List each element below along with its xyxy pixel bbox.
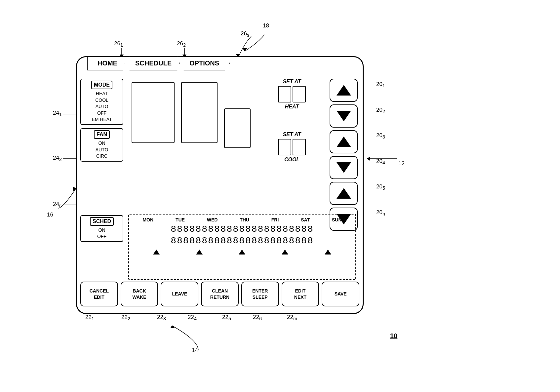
cancel-edit-btn[interactable]: CANCELEDIT [80,282,118,306]
ref-24-r: 24r [53,201,61,208]
ref-22-3: 223 [157,314,166,321]
segment-row-1: 88888888888888888888888 [132,224,353,235]
ref-22-1: 221 [85,314,94,321]
sched-arrow-1[interactable] [153,250,160,255]
setat-cool-subtext: COOL [265,157,318,163]
arrow-down-icon-2 [337,162,351,173]
setat-cool-digit1 [278,139,291,155]
down-btn-2[interactable] [330,156,358,179]
ref-22-m: 22m [287,314,297,321]
fan-circ[interactable]: CIRC [84,153,120,160]
ref-12: 12 [398,160,405,167]
ref-14: 14 [192,347,198,354]
ref-18: 18 [263,22,269,29]
mode-em-heat[interactable]: EM HEAT [84,116,120,123]
ref-20-2: 202 [376,107,385,114]
tab-schedule[interactable]: SCHEDULE [125,56,182,70]
tab-container: HOME SCHEDULE OPTIONS [87,56,230,70]
up-btn-3[interactable] [330,182,358,205]
setat-cool-label: SET AT [265,132,318,137]
setat-heat-digit1 [278,86,291,102]
svg-marker-3 [170,326,175,328]
ref-20-1: 201 [376,81,385,88]
edit-next-btn[interactable]: EDITNEXT [282,282,319,306]
ref-16: 16 [47,212,53,218]
right-buttons-group [330,79,359,231]
setat-cool-group: SET AT COOL [265,132,318,163]
enter-sleep-btn[interactable]: ENTERSLEEP [241,282,279,306]
fan-auto[interactable]: AUTO [84,147,120,153]
up-btn-1[interactable] [330,79,358,102]
setat-heat-group: SET AT HEAT [265,79,318,110]
back-wake-btn[interactable]: BACKWAKE [121,282,158,306]
fan-group: FAN ON AUTO CIRC [80,128,123,162]
ref-20-4: 204 [376,158,385,165]
arrow-up-icon-2 [337,137,351,147]
day-tue: TUE [176,217,185,222]
ref-26-s: 26s [241,30,249,38]
thermostat-device: HOME SCHEDULE OPTIONS MODE HEAT COOL AUT… [76,56,364,314]
day-sun: SUN [332,217,342,222]
ref-20-3: 203 [376,132,385,139]
day-thu: THU [240,217,249,222]
tab-options[interactable]: OPTIONS [179,56,230,70]
sched-off[interactable]: OFF [84,233,120,240]
arrow-up-icon-1 [337,85,351,96]
clean-return-btn[interactable]: CLEANRETURN [201,282,239,306]
ref-22-4: 224 [188,314,197,321]
leave-btn[interactable]: LEAVE [161,282,198,306]
schedule-up-arrows [132,248,353,255]
schedule-grid: MON TUE WED THU FRI SAT SUN 888888888888… [128,214,356,280]
svg-marker-0 [242,48,247,51]
arrow-down-icon-1 [337,111,351,121]
mode-heat[interactable]: HEAT [84,91,120,97]
ref-24-1: 241 [53,110,62,117]
ref-20-n: 20n [376,209,385,216]
fan-header[interactable]: FAN [94,130,110,139]
mode-header[interactable]: MODE [91,81,112,89]
setat-heat-label: SET AT [265,79,318,85]
display-box-medium [181,82,218,143]
tab-home[interactable]: HOME [87,56,128,70]
ref-20-5: 205 [376,183,385,191]
sched-arrow-3[interactable] [239,250,245,255]
display-box-small [224,108,251,148]
display-box-large [132,82,175,143]
save-btn[interactable]: SAVE [322,282,359,306]
down-btn-1[interactable] [330,104,358,128]
day-wed: WED [207,217,218,222]
ref-22-6: 226 [253,314,262,321]
sched-on[interactable]: ON [84,227,120,234]
segment-row-2: 88888888888888888888888 [132,236,353,246]
sched-arrow-5[interactable] [325,250,331,255]
sched-arrow-4[interactable] [282,250,288,255]
device-body: MODE HEAT COOL AUTO OFF EM HEAT FAN ON A… [80,75,359,310]
ref-22-5: 225 [222,314,231,321]
up-btn-2[interactable] [330,130,358,153]
sched-arrow-2[interactable] [196,250,203,255]
left-panel: MODE HEAT COOL AUTO OFF EM HEAT FAN ON A… [80,79,123,280]
svg-marker-2 [367,156,370,161]
sched-group: SCHED ON OFF [80,215,123,242]
setat-heat-digit2 [293,86,306,102]
setat-heat-subtext: HEAT [265,104,318,110]
ref-24-2: 242 [53,155,62,162]
ref-10: 10 [390,332,397,340]
day-fri: FRI [271,217,279,222]
ref-22-2: 222 [121,314,130,321]
mode-cool[interactable]: COOL [84,97,120,104]
arrow-up-icon-3 [337,188,351,199]
ref-26-1: 261 [114,40,123,48]
mode-off[interactable]: OFF [84,110,120,117]
mode-auto[interactable]: AUTO [84,103,120,110]
setat-cool-digit2 [293,139,306,155]
svg-marker-1 [73,186,76,191]
bottom-buttons-row: CANCELEDIT BACKWAKE LEAVE CLEANRETURN EN… [80,282,359,306]
fan-on[interactable]: ON [84,140,120,147]
day-headers-row: MON TUE WED THU FRI SAT SUN [132,217,353,222]
day-mon: MON [142,217,153,222]
setat-cool-boxes [265,139,318,155]
sched-header[interactable]: SCHED [90,217,114,226]
day-sat: SAT [301,217,310,222]
setat-heat-boxes [265,86,318,102]
